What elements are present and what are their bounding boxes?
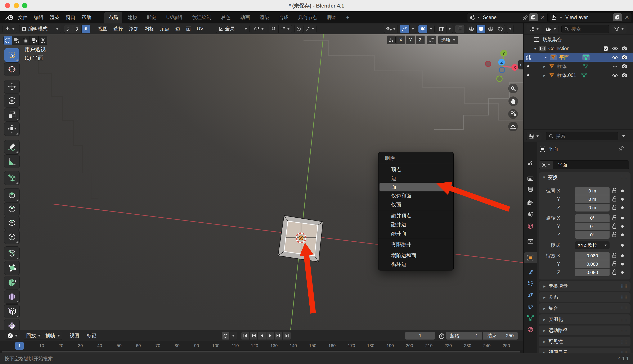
camera-view-button[interactable] bbox=[508, 109, 518, 119]
animate-dot[interactable] bbox=[621, 198, 624, 200]
menu-item-faces[interactable]: 面 bbox=[379, 183, 452, 192]
timeline-view-menu[interactable]: 视图 bbox=[67, 332, 82, 339]
tool-loop-cut[interactable] bbox=[4, 230, 20, 244]
scene-new-copy-button[interactable] bbox=[529, 14, 538, 21]
section-motion-paths[interactable]: ▸运动路径⣿⣿ bbox=[539, 326, 630, 335]
frame-end-field[interactable]: 结束 250 bbox=[483, 332, 518, 340]
chevron-right-icon[interactable]: ▸ bbox=[543, 64, 545, 69]
viewlayer-icon[interactable] bbox=[550, 12, 559, 22]
animate-dot[interactable] bbox=[621, 190, 624, 192]
outliner-row-cylinder-001[interactable]: ▸ 柱体.001 bbox=[524, 71, 633, 80]
play-reverse-button[interactable] bbox=[258, 332, 266, 340]
play-button[interactable] bbox=[266, 332, 274, 340]
select-mode-edge-button[interactable] bbox=[73, 25, 82, 33]
gizmos-toggle-button[interactable] bbox=[400, 25, 409, 33]
mirror-y-button[interactable]: Y bbox=[406, 36, 415, 44]
outliner-row-scene-collection[interactable]: 场景集合 bbox=[524, 35, 633, 44]
tab-constraints-icon[interactable] bbox=[524, 301, 537, 312]
menu-item-edge-loops[interactable]: 循环边 bbox=[379, 260, 452, 268]
select-set-icon[interactable] bbox=[3, 36, 12, 45]
eye-icon[interactable] bbox=[612, 46, 618, 51]
lock-open-icon[interactable] bbox=[612, 204, 617, 211]
lock-open-icon[interactable] bbox=[612, 215, 617, 221]
menu-help[interactable]: 帮助 bbox=[80, 12, 93, 22]
tool-smooth[interactable] bbox=[4, 290, 20, 304]
tab-particles-icon[interactable] bbox=[524, 278, 537, 289]
eye-icon[interactable] bbox=[612, 55, 618, 60]
eye-closed-icon[interactable] bbox=[612, 64, 618, 68]
lock-open-icon[interactable] bbox=[612, 269, 617, 276]
scene-icon[interactable] bbox=[467, 12, 477, 22]
menu-item-dissolve-faces[interactable]: 融并面 bbox=[379, 229, 452, 238]
outliner-search-input[interactable]: 搜索 bbox=[561, 25, 609, 33]
shading-rendered-button[interactable] bbox=[496, 25, 505, 33]
tab-material-icon[interactable] bbox=[524, 324, 537, 335]
menu-uv[interactable]: UV bbox=[194, 26, 206, 32]
location-x-field[interactable]: 0 m bbox=[575, 187, 609, 195]
snap-toggle-button[interactable] bbox=[269, 25, 278, 33]
menu-face[interactable]: 面 bbox=[183, 26, 194, 32]
shading-material-button[interactable] bbox=[486, 25, 495, 33]
camera-icon[interactable] bbox=[622, 64, 627, 69]
mesh-edit-overlays-dropdown[interactable] bbox=[446, 25, 453, 33]
proportional-editing-button[interactable] bbox=[294, 25, 303, 33]
mirror-icon[interactable] bbox=[387, 36, 396, 44]
animate-dot[interactable] bbox=[621, 225, 624, 228]
select-mode-vertex-button[interactable] bbox=[64, 25, 73, 33]
menu-render[interactable]: 渲染 bbox=[49, 12, 61, 22]
menu-add[interactable]: 添加 bbox=[126, 26, 142, 32]
lock-open-icon[interactable] bbox=[612, 232, 617, 238]
workspace-tab-sculpting[interactable]: 雕刻 bbox=[143, 12, 161, 24]
tool-annotate[interactable] bbox=[4, 140, 20, 154]
workspace-tab-animation[interactable]: 动画 bbox=[236, 12, 254, 24]
menu-window[interactable]: 窗口 bbox=[65, 12, 77, 22]
menu-edge[interactable]: 边 bbox=[173, 26, 183, 32]
next-keyframe-button[interactable] bbox=[275, 332, 283, 340]
select-invert-icon[interactable] bbox=[30, 36, 39, 45]
tool-move[interactable] bbox=[4, 80, 20, 94]
tool-rotate[interactable] bbox=[4, 94, 20, 108]
mode-dropdown[interactable]: 编辑模式 bbox=[19, 25, 61, 33]
overlays-toggle-button[interactable] bbox=[418, 25, 427, 33]
animate-dot[interactable] bbox=[621, 254, 624, 257]
menu-item-only-faces[interactable]: 仅面 bbox=[379, 200, 452, 209]
menu-item-vertices[interactable]: 顶点 bbox=[379, 165, 452, 174]
panel-drag-dots[interactable]: ⣿⣿ bbox=[621, 175, 627, 180]
workspace-tab-geometry-nodes[interactable]: 几何节点 bbox=[294, 12, 322, 24]
scene-selector[interactable]: Scene ✕ bbox=[467, 12, 548, 22]
outliner-row-cylinder[interactable]: ▸ 柱体 bbox=[524, 62, 633, 71]
current-frame-field[interactable]: 1 bbox=[405, 332, 435, 340]
outliner-row-collection[interactable]: ▾ Collection bbox=[524, 44, 633, 53]
tool-cursor[interactable] bbox=[4, 62, 20, 76]
playhead-frame-badge[interactable]: 1 bbox=[15, 342, 24, 350]
blender-logo-icon[interactable] bbox=[6, 14, 14, 21]
tool-inset-faces[interactable] bbox=[4, 202, 20, 216]
outliner-row-plane[interactable]: ▸ 平面 bbox=[524, 53, 633, 62]
menu-file[interactable]: 文件 bbox=[17, 12, 29, 22]
animate-dot[interactable] bbox=[621, 263, 624, 266]
rotation-z-field[interactable]: 0° bbox=[575, 231, 609, 239]
menu-edit[interactable]: 编辑 bbox=[33, 12, 45, 22]
pin-id-icon[interactable] bbox=[618, 145, 625, 151]
section-instancing[interactable]: ▸实例化⣿⣿ bbox=[539, 314, 630, 324]
timeline-editor-type-button[interactable] bbox=[5, 332, 20, 340]
tool-scale[interactable] bbox=[4, 108, 20, 122]
mesh-edit-overlays-button[interactable] bbox=[437, 25, 446, 33]
scale-y-field[interactable]: 0.080 bbox=[575, 260, 609, 268]
proportional-circle-icon[interactable] bbox=[427, 36, 436, 44]
section-delta-transform[interactable]: ▸变换增量⣿⣿ bbox=[539, 281, 630, 291]
tool-add-cube[interactable] bbox=[4, 171, 20, 185]
transform-orientation-dropdown[interactable]: 全局 bbox=[216, 25, 250, 33]
select-subtract-icon[interactable] bbox=[21, 36, 30, 45]
lock-open-icon[interactable] bbox=[612, 196, 617, 202]
chevron-down-icon[interactable]: ▾ bbox=[534, 46, 536, 51]
properties-editor-type-button[interactable] bbox=[526, 132, 541, 140]
workspace-tab-layout[interactable]: 布局 bbox=[104, 12, 122, 24]
shading-dropdown[interactable] bbox=[507, 25, 514, 33]
menu-item-collapse-edges-faces[interactable]: 塌陷边和面 bbox=[379, 251, 452, 260]
viewlayer-new-button[interactable] bbox=[613, 14, 622, 21]
grid-ortho-button[interactable] bbox=[508, 122, 518, 131]
tab-object-data-icon[interactable] bbox=[524, 312, 537, 324]
playback-menu[interactable]: 回放 bbox=[24, 332, 43, 340]
chevron-right-icon[interactable]: ▸ bbox=[543, 73, 545, 78]
